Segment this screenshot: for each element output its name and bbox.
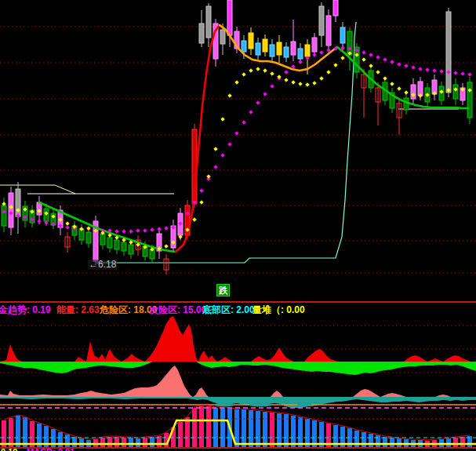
trading-chart-window: 资金趋势: 0.19能量: 2.63危险区: 18.00次险区: 15.00底部… <box>0 0 476 451</box>
indicator-label: 量堆（: 0.00 <box>253 304 305 317</box>
indicator-label: 底部区: 2.00 <box>202 304 255 317</box>
price-fall-badge: 跌 <box>216 284 230 296</box>
indicator-label: 次险区: 15.00 <box>149 304 206 317</box>
indicator-label: 资金趋势: 0.19 <box>0 304 51 317</box>
macd-value-label: 0.19 <box>1 447 17 451</box>
indicator-header-row: 资金趋势: 0.19能量: 2.63危险区: 18.00次险区: 15.00底部… <box>0 304 476 315</box>
macd-value-row: 0.19MACD: 0.01 <box>0 447 476 451</box>
chart-canvas[interactable] <box>0 0 476 451</box>
price-marker-label: ←6.18 <box>88 260 117 270</box>
macd-value-label: MACD: 0.01 <box>27 447 74 451</box>
indicator-label: 能量: 2.63 <box>56 304 100 317</box>
